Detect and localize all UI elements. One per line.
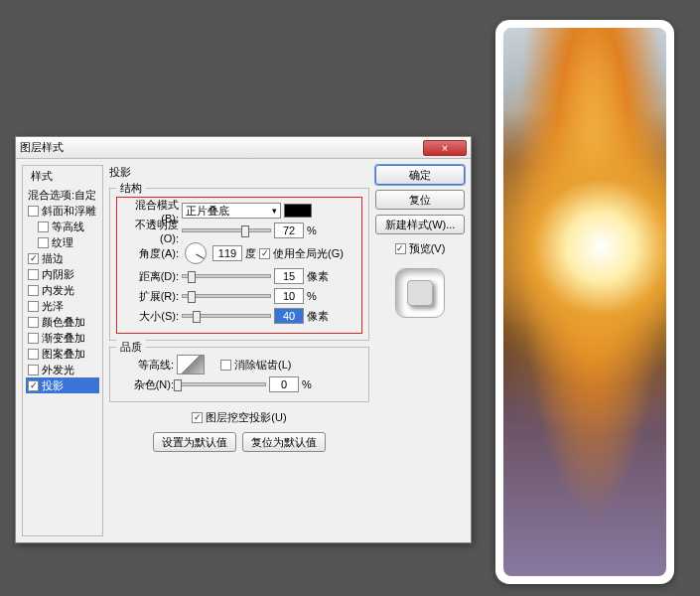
knockout-checkbox[interactable] <box>192 412 203 423</box>
knockout-area: 图层挖空投影(U) 设置为默认值 复位为默认值 <box>109 408 369 452</box>
result-image-card <box>495 20 674 584</box>
dialog-title: 图层样式 <box>20 140 423 155</box>
style-checkbox[interactable] <box>28 269 39 280</box>
preview-inner <box>407 280 433 306</box>
style-label: 图案叠加 <box>42 347 85 362</box>
style-item-7[interactable]: 颜色叠加 <box>26 314 99 330</box>
styles-fieldset: 样式 混合选项:自定 斜面和浮雕等高线纹理描边内阴影内发光光泽颜色叠加渐变叠加图… <box>22 165 103 536</box>
style-label: 内发光 <box>42 283 74 298</box>
style-item-5[interactable]: 内发光 <box>26 282 99 298</box>
style-item-0[interactable]: 斜面和浮雕 <box>26 203 99 219</box>
global-light-label: 使用全局光(G) <box>273 246 344 261</box>
layer-style-dialog: 图层样式 × 样式 混合选项:自定 斜面和浮雕等高线纹理描边内阴影内发光光泽颜色… <box>15 136 472 543</box>
style-checkbox[interactable] <box>28 333 39 344</box>
structure-title: 结构 <box>116 181 146 196</box>
style-item-3[interactable]: 描边 <box>26 250 99 266</box>
blend-options-row[interactable]: 混合选项:自定 <box>26 187 99 203</box>
style-item-4[interactable]: 内阴影 <box>26 266 99 282</box>
style-item-1[interactable]: 等高线 <box>26 219 99 234</box>
global-light-checkbox[interactable] <box>259 248 270 259</box>
spread-slider[interactable] <box>182 294 271 298</box>
quality-title: 品质 <box>116 340 146 355</box>
style-label: 等高线 <box>52 220 84 234</box>
noise-unit: % <box>302 378 312 390</box>
style-checkbox[interactable] <box>28 301 39 312</box>
styles-column: 样式 混合选项:自定 斜面和浮雕等高线纹理描边内阴影内发光光泽颜色叠加渐变叠加图… <box>22 165 103 536</box>
action-column: 确定 复位 新建样式(W)... 预览(V) <box>375 165 465 536</box>
noise-value[interactable]: 0 <box>269 376 299 392</box>
preview-swatch <box>395 268 445 318</box>
contour-label: 等高线: <box>116 358 174 372</box>
cancel-button[interactable]: 复位 <box>375 190 465 210</box>
titlebar[interactable]: 图层样式 × <box>16 137 471 159</box>
structure-group: 结构 混合模式(B): 正片叠底 不透明度(O): 72 % 角度(A): <box>109 188 369 341</box>
highlight-box: 混合模式(B): 正片叠底 不透明度(O): 72 % 角度(A): 119 <box>116 197 362 334</box>
style-label: 纹理 <box>52 235 73 250</box>
size-value[interactable]: 40 <box>274 308 304 324</box>
styles-title: 样式 <box>28 169 56 184</box>
preview-checkbox[interactable] <box>395 243 406 254</box>
distance-label: 距离(D): <box>121 269 179 284</box>
style-label: 渐变叠加 <box>42 331 85 346</box>
style-label: 斜面和浮雕 <box>42 204 96 219</box>
angle-value[interactable]: 119 <box>212 245 242 261</box>
blend-mode-dropdown[interactable]: 正片叠底 <box>182 203 281 219</box>
close-button[interactable]: × <box>423 140 467 156</box>
style-checkbox[interactable] <box>28 253 39 264</box>
style-checkbox[interactable] <box>38 237 49 248</box>
spread-label: 扩展(R): <box>121 289 179 304</box>
ok-button[interactable]: 确定 <box>375 165 465 185</box>
noise-label: 杂色(N): <box>116 377 174 392</box>
result-image <box>503 28 666 576</box>
shadow-color-swatch[interactable] <box>284 204 312 218</box>
antialias-checkbox[interactable] <box>220 360 231 371</box>
opacity-value[interactable]: 72 <box>274 223 304 238</box>
style-label: 颜色叠加 <box>42 315 85 330</box>
opacity-unit: % <box>307 224 317 236</box>
style-item-9[interactable]: 图案叠加 <box>26 346 99 362</box>
opacity-slider[interactable] <box>182 228 271 232</box>
close-icon: × <box>442 142 448 154</box>
reset-default-button[interactable]: 复位为默认值 <box>242 432 326 452</box>
dialog-body: 样式 混合选项:自定 斜面和浮雕等高线纹理描边内阴影内发光光泽颜色叠加渐变叠加图… <box>16 159 471 542</box>
style-checkbox[interactable] <box>38 222 49 232</box>
antialias-label: 消除锯齿(L) <box>234 358 291 372</box>
preview-label: 预览(V) <box>409 241 446 256</box>
size-slider[interactable] <box>182 314 271 318</box>
angle-dial[interactable] <box>185 242 207 264</box>
style-item-8[interactable]: 渐变叠加 <box>26 330 99 346</box>
style-label: 光泽 <box>42 299 64 314</box>
style-checkbox[interactable] <box>28 365 39 375</box>
style-item-2[interactable]: 纹理 <box>26 234 99 250</box>
knockout-label: 图层挖空投影(U) <box>206 410 286 425</box>
style-label: 外发光 <box>42 363 74 377</box>
quality-group: 品质 等高线: 消除锯齿(L) 杂色(N): 0 % <box>109 347 369 402</box>
style-item-11[interactable]: 投影 <box>26 377 99 393</box>
style-item-6[interactable]: 光泽 <box>26 298 99 314</box>
style-checkbox[interactable] <box>28 206 39 217</box>
settings-column: 投影 结构 混合模式(B): 正片叠底 不透明度(O): 72 % <box>109 165 369 536</box>
spread-unit: % <box>307 290 317 302</box>
opacity-label: 不透明度(O): <box>121 218 179 244</box>
size-unit: 像素 <box>307 309 329 324</box>
section-label: 投影 <box>109 165 369 180</box>
size-label: 大小(S): <box>121 309 179 324</box>
new-style-button[interactable]: 新建样式(W)... <box>375 215 465 234</box>
distance-value[interactable]: 15 <box>274 268 304 284</box>
blend-options-label: 混合选项:自定 <box>28 188 96 203</box>
style-checkbox[interactable] <box>28 349 39 360</box>
set-default-button[interactable]: 设置为默认值 <box>153 432 236 452</box>
noise-slider[interactable] <box>177 382 266 386</box>
angle-label: 角度(A): <box>121 246 179 261</box>
style-item-10[interactable]: 外发光 <box>26 362 99 377</box>
style-checkbox[interactable] <box>28 380 39 391</box>
style-label: 描边 <box>42 251 64 266</box>
style-label: 投影 <box>42 378 64 393</box>
style-checkbox[interactable] <box>28 285 39 296</box>
distance-unit: 像素 <box>307 269 329 284</box>
spread-value[interactable]: 10 <box>274 288 304 304</box>
style-checkbox[interactable] <box>28 317 39 328</box>
style-label: 内阴影 <box>42 267 74 282</box>
contour-picker[interactable] <box>177 355 205 374</box>
distance-slider[interactable] <box>182 274 271 278</box>
